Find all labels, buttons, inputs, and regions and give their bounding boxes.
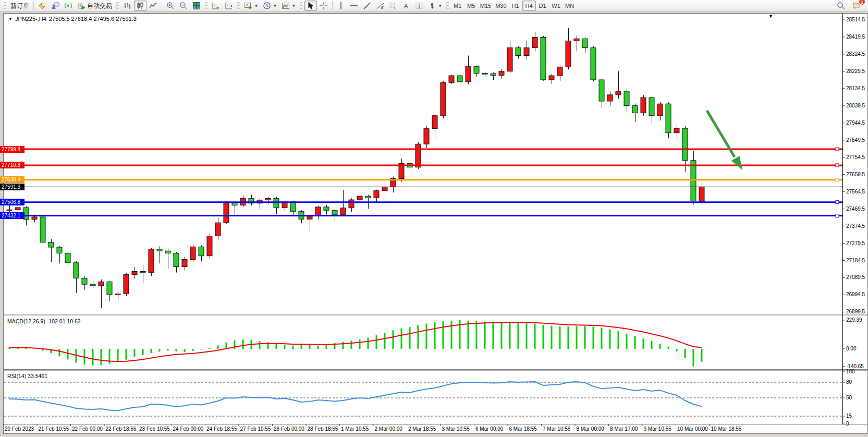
time-axis-label: 20 Feb 2023 bbox=[5, 426, 34, 432]
macd-indicator-label: MACD(12,26,9) -102.01 10.62 bbox=[7, 318, 81, 324]
price-tick-label: 27279.5 bbox=[846, 240, 865, 246]
price-tick-label: 27659.5 bbox=[846, 172, 865, 177]
trend-arrow-annotation bbox=[731, 156, 742, 170]
time-axis-label: 10 Mar 00:00 bbox=[677, 426, 708, 432]
chart-title: ▼ JPN225-,H4 27505.5 27618.4 27495.6 275… bbox=[8, 16, 137, 22]
price-tick-label: 28324.5 bbox=[846, 51, 865, 57]
ohlc-high: 27618.4 bbox=[71, 16, 92, 22]
rsi-tick-label: 50 bbox=[846, 395, 852, 400]
rsi-tick-label: 15 bbox=[846, 413, 852, 419]
price-tick-label: 26994.5 bbox=[846, 292, 865, 297]
time-axis-label: 28 Feb 18:55 bbox=[308, 426, 338, 432]
time-axis-label: 7 Mar 10:55 bbox=[543, 426, 570, 432]
time-axis-label: 24 Feb 00:00 bbox=[173, 426, 204, 432]
price-line-label: 27799.8 bbox=[0, 146, 25, 153]
price-line-label: 27591.3 bbox=[0, 184, 25, 190]
time-axis-label: 22 Feb 00:00 bbox=[72, 426, 103, 432]
time-axis-label: 27 Feb 10:55 bbox=[240, 426, 271, 432]
time-axis-label: 23 Feb 10:55 bbox=[139, 426, 170, 432]
chart-symbol: JPN225-,H4 bbox=[15, 16, 46, 22]
price-tick-label: 28039.5 bbox=[846, 103, 865, 108]
time-axis-label: 8 Mar 17:00 bbox=[610, 426, 638, 432]
rsi-tick-label: 0 bbox=[846, 421, 849, 427]
rsi-tick-label: 100 bbox=[846, 369, 855, 374]
rsi-tick-label: 80 bbox=[846, 379, 852, 385]
price-tick-label: 26899.5 bbox=[846, 309, 865, 314]
price-chart-canvas[interactable] bbox=[0, 0, 868, 437]
price-tick-label: 28419.5 bbox=[846, 34, 865, 40]
time-axis-label: 8 Mar 00:00 bbox=[577, 426, 604, 432]
time-axis-label: 9 Mar 10:55 bbox=[644, 426, 671, 432]
price-tick-label: 27944.5 bbox=[846, 120, 865, 126]
price-tick-label: 27089.5 bbox=[846, 274, 865, 280]
time-axis-label: 21 Feb 10:55 bbox=[39, 426, 69, 432]
price-tick-label: 27184.5 bbox=[846, 258, 865, 263]
price-tick-label: 28229.5 bbox=[846, 68, 865, 74]
macd-tick-label: 0.00 bbox=[846, 346, 856, 351]
time-axis-label: 6 Mar 18:55 bbox=[509, 426, 537, 432]
time-axis-label: 2 Mar 00:00 bbox=[375, 426, 402, 432]
time-axis-label: 22 Feb 18:55 bbox=[106, 426, 137, 432]
price-line-label: 27630.3 bbox=[0, 176, 25, 183]
time-axis-label: 3 Mar 10:55 bbox=[442, 426, 470, 432]
price-tick-label: 27374.5 bbox=[846, 223, 865, 229]
time-axis-label: 2 Mar 18:55 bbox=[408, 426, 436, 432]
price-tick-label: 27754.5 bbox=[846, 154, 865, 160]
time-axis-label: 28 Feb 00:00 bbox=[274, 426, 304, 432]
time-axis-label: 1 Mar 10:55 bbox=[341, 426, 369, 432]
price-line-label: 27710.8 bbox=[0, 162, 25, 168]
price-tick-label: 27469.5 bbox=[846, 206, 865, 212]
price-tick-label: 27849.5 bbox=[846, 137, 865, 143]
price-line-label: 27506.8 bbox=[0, 199, 25, 205]
ohlc-close: 27591.3 bbox=[116, 16, 137, 22]
price-tick-label: 28134.5 bbox=[846, 86, 865, 91]
rsi-indicator-label: RSI(14) 33.5461 bbox=[7, 373, 47, 379]
price-line-label: 27432.1 bbox=[0, 212, 25, 219]
time-axis-label: 24 Feb 18:55 bbox=[206, 426, 237, 432]
ohlc-low: 27495.6 bbox=[93, 16, 114, 22]
price-tick-label: 27564.5 bbox=[846, 189, 865, 195]
time-axis-label: 6 Mar 00:00 bbox=[475, 426, 503, 432]
collapse-triangle-icon[interactable]: ▼ bbox=[8, 17, 13, 21]
time-axis-label: 10 Mar 18:55 bbox=[711, 426, 742, 432]
ohlc-open: 27505.5 bbox=[49, 16, 70, 22]
macd-tick-label: 229.39 bbox=[846, 317, 862, 323]
scroll-to-end-marker[interactable]: ▼ bbox=[768, 14, 773, 19]
price-tick-label: 28514.5 bbox=[846, 17, 865, 22]
